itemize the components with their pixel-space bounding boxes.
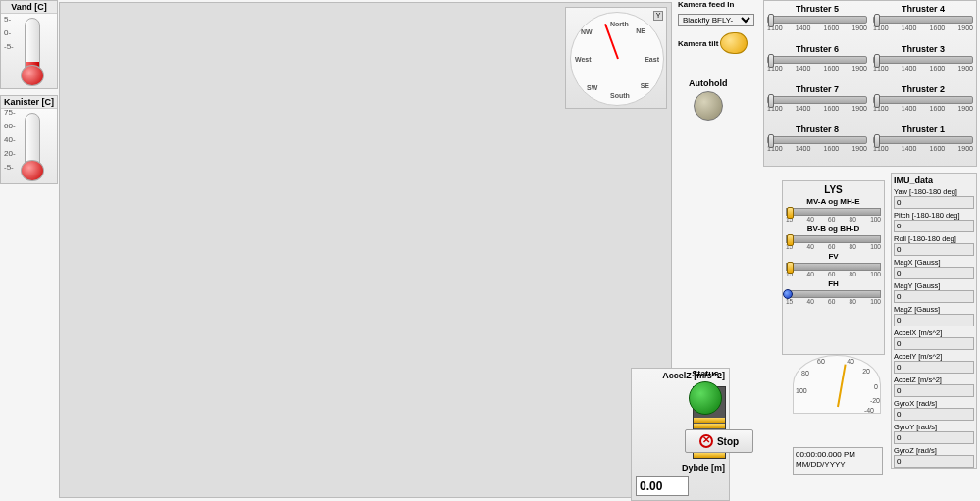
status-led xyxy=(689,381,722,415)
lys-row-0-slider[interactable] xyxy=(786,208,881,216)
thermo-vand-title: Vand [C] xyxy=(1,1,57,14)
imu-row-3-value: 0 xyxy=(894,267,974,279)
imu-row-1-value: 0 xyxy=(894,220,974,232)
kamera-tilt-led[interactable] xyxy=(720,32,748,54)
thruster-3: Thruster 3 1100140016001900 xyxy=(873,44,973,82)
imu-row-3-label: MagX [Gauss] xyxy=(894,258,974,267)
autohold-led[interactable] xyxy=(694,91,723,121)
imu-row-1-label: Pitch [-180-180 deg] xyxy=(894,211,974,220)
imu-row-7-value: 0 xyxy=(894,361,974,374)
lys-row-3-slider[interactable] xyxy=(786,290,881,298)
imu-row-9-value: 0 xyxy=(894,408,974,421)
imu-row-6-value: 0 xyxy=(894,337,974,350)
status-label: Status xyxy=(689,369,722,378)
thruster-4: Thruster 4 1100140016001900 xyxy=(873,4,973,42)
thruster-6-slider[interactable] xyxy=(767,56,867,64)
imu-title: IMU_data xyxy=(894,175,974,185)
imu-row-10-value: 0 xyxy=(894,431,974,444)
compass-e: East xyxy=(645,56,659,63)
compass-se: SE xyxy=(641,82,649,89)
kamera-box: Kamera feed In Blackfly BFLY- Kamera til… xyxy=(678,0,754,54)
imu-row-5-value: 0 xyxy=(894,314,974,326)
timestamp-box: 00:00:00.000 PM MM/DD/YYYY xyxy=(793,447,883,475)
kamera-select[interactable]: Blackfly BFLY- xyxy=(678,14,754,26)
thruster-2: Thruster 2 1100140016001900 xyxy=(873,84,973,123)
thermo-kanister: Kanister [C] 75- 60- 40- 20- -5- xyxy=(0,95,58,184)
thermo-kanister-scale: 75- 60- 40- 20- -5- xyxy=(4,109,16,177)
compass-s: South xyxy=(610,92,630,99)
imu-row-8-value: 0 xyxy=(894,384,974,397)
main-canvas: Y North NE East SE South SW West NW Acce… xyxy=(59,2,672,498)
autohold: Autohold xyxy=(689,78,728,121)
gauge-needle xyxy=(837,364,847,407)
thruster-1-slider[interactable] xyxy=(873,136,973,144)
status: Status xyxy=(689,369,722,415)
compass-nw: NW xyxy=(581,28,593,35)
kamera-tilt-label: Kamera tilt xyxy=(678,39,718,48)
imu-row-10-label: GyroY [rad/s] xyxy=(894,423,974,431)
lys-panel: LYS MV-A og MH-E 15406080100 BV-B og BH-… xyxy=(782,180,885,355)
thruster-8: Thruster 8 1100140016001900 xyxy=(767,125,867,163)
imu-row-8-label: AccelZ [m/s^2] xyxy=(894,376,974,384)
imu-row-7-label: AccelY [m/s^2] xyxy=(894,352,974,361)
imu-row-11-label: GyroZ [rad/s] xyxy=(894,446,974,455)
imu-row-2-value: 0 xyxy=(894,243,974,256)
stop-label: Stop xyxy=(717,436,739,447)
thruster-3-slider[interactable] xyxy=(873,56,973,64)
lys-row-2-label: FV xyxy=(786,252,881,261)
thruster-1: Thruster 1 1100140016001900 xyxy=(873,125,973,163)
thruster-5-slider[interactable] xyxy=(767,16,867,24)
kamera-label: Kamera feed In xyxy=(678,0,754,9)
imu-row-0-value: 0 xyxy=(894,196,974,209)
thruster-panel: Thruster 5 1100140016001900 Thruster 4 1… xyxy=(763,0,977,167)
imu-row-9-label: GyroX [rad/s] xyxy=(894,399,974,408)
lys-row-2-slider[interactable] xyxy=(786,263,881,271)
autohold-label: Autohold xyxy=(689,78,728,88)
compass-ne: NE xyxy=(636,27,645,34)
gauge: 100 80 60 40 20 0 -20 -40 xyxy=(793,355,883,431)
thruster-6: Thruster 6 1100140016001900 xyxy=(767,44,867,82)
lys-row-1-slider[interactable] xyxy=(786,235,881,243)
thermo-vand-scale: 5- 0- -5- xyxy=(4,16,14,57)
lys-title: LYS xyxy=(786,184,881,195)
imu-row-0-label: Yaw [-180-180 deg] xyxy=(894,187,974,196)
compass-w: West xyxy=(575,56,592,63)
lys-row-3-label: FH xyxy=(786,279,881,288)
depth-value: 0.00 xyxy=(636,476,689,496)
imu-row-4-value: 0 xyxy=(894,290,974,303)
thruster-8-slider[interactable] xyxy=(767,136,867,144)
timestamp-time: 00:00:00.000 PM xyxy=(796,450,880,460)
thruster-7: Thruster 7 1100140016001900 xyxy=(767,84,867,123)
thermo-vand: Vand [C] 5- 0- -5- xyxy=(0,0,58,89)
imu-row-2-label: Roll [-180-180 deg] xyxy=(894,234,974,243)
imu-panel: IMU_data Yaw [-180-180 deg]0Pitch [-180-… xyxy=(891,173,977,469)
imu-row-6-label: AccelX [m/s^2] xyxy=(894,328,974,337)
depth-label: Dybde [m] xyxy=(632,463,729,473)
thruster-2-slider[interactable] xyxy=(873,96,973,104)
lys-row-0-label: MV-A og MH-E xyxy=(786,197,881,206)
timestamp-date: MM/DD/YYYY xyxy=(796,460,880,470)
compass-y-button[interactable]: Y xyxy=(653,11,663,21)
thruster-4-slider[interactable] xyxy=(873,16,973,24)
imu-row-11-value: 0 xyxy=(894,455,974,468)
thruster-7-slider[interactable] xyxy=(767,96,867,104)
imu-row-5-label: MagZ [Gauss] xyxy=(894,305,974,314)
compass-needle xyxy=(604,24,619,59)
stop-button[interactable]: Stop xyxy=(685,429,753,453)
imu-row-4-label: MagY [Gauss] xyxy=(894,281,974,290)
thruster-5: Thruster 5 1100140016001900 xyxy=(767,4,867,42)
compass-n: North xyxy=(610,21,629,27)
compass-dial: North NE East SE South SW West NW xyxy=(570,12,664,106)
lys-row-1-label: BV-B og BH-D xyxy=(786,225,881,233)
stop-icon xyxy=(699,434,713,448)
compass-sw: SW xyxy=(587,84,597,91)
compass: Y North NE East SE South SW West NW xyxy=(565,7,667,109)
